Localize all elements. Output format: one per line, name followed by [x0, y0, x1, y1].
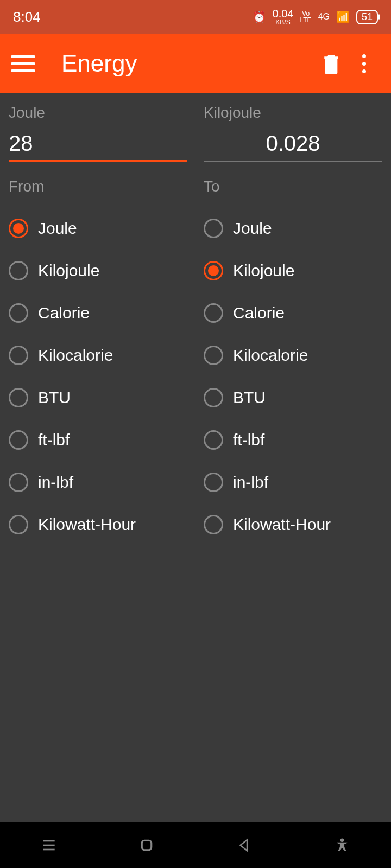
from-options: JouleKilojouleCalorieKilocalorieBTUft-lb…	[9, 207, 187, 546]
right-option-kilocalorie[interactable]: Kilocalorie	[204, 334, 382, 376]
volte-icon: VoLTE	[300, 10, 312, 23]
radio-icon	[204, 261, 223, 280]
left-option-kilojoule[interactable]: Kilojoule	[9, 250, 187, 292]
radio-icon	[9, 261, 28, 280]
radio-label: Kilocalorie	[38, 346, 113, 365]
right-option-btu[interactable]: BTU	[204, 376, 382, 419]
radio-icon	[204, 346, 223, 365]
to-unit-label: Kilojoule	[204, 104, 382, 122]
system-nav-bar	[0, 822, 391, 868]
app-bar: Energy	[0, 34, 391, 93]
from-unit-label: Joule	[9, 104, 187, 122]
from-section-label: From	[9, 178, 187, 195]
left-option-calorie[interactable]: Calorie	[9, 292, 187, 334]
radio-icon	[9, 473, 28, 492]
radio-icon	[9, 346, 28, 365]
radio-icon	[204, 473, 223, 492]
radio-icon	[9, 388, 28, 407]
radio-label: Joule	[38, 219, 77, 238]
radio-icon	[204, 303, 223, 323]
radio-icon	[9, 303, 28, 323]
radio-label: Calorie	[233, 304, 285, 322]
left-option-ft-lbf[interactable]: ft-lbf	[9, 419, 187, 461]
left-option-kilocalorie[interactable]: Kilocalorie	[9, 334, 187, 376]
radio-label: Kilojoule	[233, 261, 294, 280]
to-section-label: To	[204, 178, 382, 195]
radio-label: BTU	[233, 388, 266, 407]
radio-label: BTU	[38, 388, 71, 407]
right-option-kilojoule[interactable]: Kilojoule	[204, 250, 382, 292]
menu-icon[interactable]	[11, 55, 35, 72]
to-options: JouleKilojouleCalorieKilocalorieBTUft-lb…	[204, 207, 382, 546]
to-value-output: 0.028	[204, 131, 382, 162]
radio-label: Calorie	[38, 304, 90, 322]
page-title: Energy	[61, 50, 315, 77]
network-icon: 4G	[318, 12, 330, 22]
radio-label: Joule	[233, 219, 272, 238]
home-button[interactable]	[136, 834, 157, 856]
radio-icon	[204, 515, 223, 534]
radio-label: ft-lbf	[233, 431, 264, 449]
right-option-joule[interactable]: Joule	[204, 207, 382, 250]
radio-label: in-lbf	[38, 473, 73, 492]
from-column: Joule 28 From JouleKilojouleCalorieKiloc…	[9, 104, 187, 822]
alarm-icon: ⏰	[253, 10, 266, 23]
radio-icon	[9, 430, 28, 450]
recent-apps-button[interactable]	[38, 834, 60, 856]
more-button[interactable]	[348, 54, 380, 73]
from-value-input[interactable]: 28	[9, 131, 187, 162]
svg-point-4	[340, 839, 343, 841]
battery-icon: 51	[356, 10, 378, 24]
radio-label: in-lbf	[233, 473, 268, 492]
net-speed: 0.04 KB/S	[273, 8, 294, 25]
back-button[interactable]	[234, 834, 255, 856]
right-option-kilowatt-hour[interactable]: Kilowatt-Hour	[204, 503, 382, 546]
status-right: ⏰ 0.04 KB/S VoLTE 4G 📶 51	[253, 8, 378, 25]
left-option-btu[interactable]: BTU	[9, 376, 187, 419]
radio-label: Kilocalorie	[233, 346, 308, 365]
radio-label: Kilowatt-Hour	[38, 515, 136, 534]
left-option-kilowatt-hour[interactable]: Kilowatt-Hour	[9, 503, 187, 546]
content: Joule 28 From JouleKilojouleCalorieKiloc…	[0, 93, 391, 822]
status-bar: 8:04 ⏰ 0.04 KB/S VoLTE 4G 📶 51	[0, 0, 391, 34]
radio-label: Kilojoule	[38, 261, 99, 280]
left-option-in-lbf[interactable]: in-lbf	[9, 461, 187, 503]
to-column: Kilojoule 0.028 To JouleKilojouleCalorie…	[204, 104, 382, 822]
accessibility-button[interactable]	[331, 834, 353, 856]
radio-icon	[204, 219, 223, 238]
clock: 8:04	[13, 9, 41, 25]
radio-label: Kilowatt-Hour	[233, 515, 331, 534]
svg-rect-3	[142, 840, 152, 850]
signal-icon: 📶	[336, 10, 350, 23]
radio-icon	[204, 388, 223, 407]
right-option-calorie[interactable]: Calorie	[204, 292, 382, 334]
radio-label: ft-lbf	[38, 431, 70, 449]
left-option-joule[interactable]: Joule	[9, 207, 187, 250]
right-option-ft-lbf[interactable]: ft-lbf	[204, 419, 382, 461]
radio-icon	[9, 515, 28, 534]
delete-button[interactable]	[315, 53, 348, 74]
right-option-in-lbf[interactable]: in-lbf	[204, 461, 382, 503]
radio-icon	[204, 430, 223, 450]
radio-icon	[9, 219, 28, 238]
